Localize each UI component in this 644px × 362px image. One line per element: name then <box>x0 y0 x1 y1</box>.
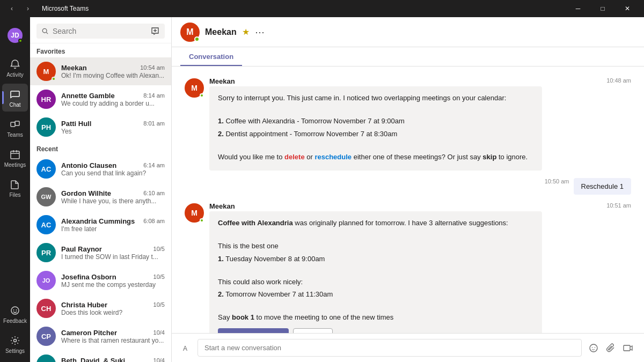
chat-info: Alexandria Cummings 6:08 am I'm free lat… <box>61 217 165 233</box>
back-button[interactable]: ‹ <box>4 3 19 14</box>
chat-item-annette[interactable]: HR Annette Gamble 8:14 am We could try a… <box>30 85 171 113</box>
sidebar-item-files[interactable]: Files <box>2 174 28 202</box>
window-controls[interactable]: ─ □ ✕ <box>566 0 640 17</box>
tab-conversation[interactable]: Conversation <box>180 47 242 66</box>
chat-name: Patti Hull <box>61 120 91 128</box>
chat-avatar: BD <box>36 354 56 362</box>
maximize-button[interactable]: □ <box>590 0 615 17</box>
message-bubble: Sorry to interrupt you. This just came i… <box>209 86 542 171</box>
chat-preview: Yes <box>61 128 165 135</box>
online-dot <box>194 36 200 42</box>
chat-item-christa[interactable]: CH Christa Huber 10/5 Does this look wei… <box>30 294 171 322</box>
cancel-button[interactable]: Cancel <box>293 328 333 334</box>
chat-avatar: JO <box>36 271 56 290</box>
more-options-icon[interactable]: ⋯ <box>255 26 265 38</box>
chat-item-josefina[interactable]: JO Josefina Osborn 10/5 MJ sent me the c… <box>30 267 171 294</box>
svg-point-9 <box>14 339 17 342</box>
conversation-header: M Meekan ★ ⋯ <box>172 17 644 47</box>
forward-button[interactable]: › <box>20 3 35 14</box>
delete-link: delete <box>284 153 305 161</box>
message-text: 1. Tuesday November 8 at 9:00am <box>218 254 533 264</box>
favorite-star-icon[interactable]: ★ <box>242 27 250 37</box>
app-body: JD Activity Chat <box>0 17 644 362</box>
chat-item-cameron[interactable]: CP Cameron Pitcher 10/4 Where is that ra… <box>30 322 171 350</box>
svg-point-7 <box>13 309 14 311</box>
message-time: 10:48 am <box>606 77 631 84</box>
chat-name: Annette Gamble <box>61 92 115 100</box>
chat-preview: We could try adding a border u... <box>61 100 165 107</box>
chat-time: 8:01 am <box>143 120 165 127</box>
svg-point-8 <box>16 309 17 311</box>
chat-avatar: GW <box>36 187 56 206</box>
chat-avatar: CH <box>36 299 56 318</box>
sidebar-item-teams[interactable]: Teams <box>2 114 28 142</box>
online-dot <box>52 77 56 81</box>
meeting-icon[interactable] <box>620 341 635 356</box>
coffee-link: Coffee with Alexandria <box>218 219 293 227</box>
online-indicator <box>18 39 23 43</box>
chat-info: Christa Huber 10/5 Does this look weird? <box>61 301 165 316</box>
minimize-button[interactable]: ─ <box>566 0 590 17</box>
message-row-right: 10:50 am Reschedule 1 <box>172 176 644 197</box>
avatar: JD <box>8 28 23 43</box>
search-bar[interactable] <box>36 24 165 39</box>
teams-icon <box>9 118 21 131</box>
sidebar-label-settings: Settings <box>5 348 25 354</box>
chat-item-patti[interactable]: PH Patti Hull 8:01 am Yes <box>30 113 171 141</box>
message-text: 1. Coffee with Alexandria - Tomorrow Nov… <box>218 116 533 127</box>
show-in-calendar-button[interactable]: Show in calendar <box>218 328 289 334</box>
close-button[interactable]: ✕ <box>615 0 640 17</box>
message-text: Coffee with Alexandria was originally pl… <box>218 218 533 228</box>
message-input[interactable] <box>197 339 582 357</box>
conv-header-avatar: M <box>180 23 200 42</box>
chat-item-alexandria[interactable]: AC Alexandria Cummings 6:08 am I'm free … <box>30 211 171 239</box>
chat-item-beth[interactable]: BD Beth, David, & Suki 10/4 Have you tri… <box>30 350 171 362</box>
svg-point-17 <box>595 347 596 348</box>
chat-avatar: AC <box>36 215 56 234</box>
message-row: M Meekan Sorry to interrupt you. This ju… <box>172 75 644 173</box>
sidebar-item-settings[interactable]: Settings <box>2 330 28 358</box>
svg-line-11 <box>46 32 48 34</box>
sidebar-label-teams: Teams <box>7 132 23 138</box>
sidebar-item-meetings[interactable]: Meetings <box>2 144 28 172</box>
svg-rect-1 <box>15 121 19 125</box>
chat-panel: Favorites M Meekan 10:54 am Ok! I'm movi… <box>30 17 172 362</box>
search-bar-icons <box>151 27 159 35</box>
nav-controls[interactable]: ‹ › <box>4 3 35 14</box>
chat-preview: Ok! I'm moving Coffee with Alexan... <box>61 72 165 79</box>
chat-info: Paul Raynor 10/5 I turned the SOW in las… <box>61 245 165 261</box>
new-chat-icon[interactable] <box>151 27 159 35</box>
message-row-suggestions: M Meekan Coffee with Alexandria was orig… <box>172 200 644 333</box>
sidebar-item-chat[interactable]: Chat <box>2 84 28 112</box>
svg-point-6 <box>11 307 19 314</box>
message-actions: Show in calendar Cancel <box>218 328 533 334</box>
chat-avatar-meekan: M <box>36 62 56 81</box>
message-avatar-meekan: M <box>185 203 204 223</box>
titlebar: ‹ › Microsoft Teams ─ □ ✕ <box>0 0 644 17</box>
app-title: Microsoft Teams <box>42 5 89 12</box>
attachment-icon[interactable] <box>603 341 618 356</box>
format-icon[interactable]: A <box>180 342 193 354</box>
sidebar-item-feedback[interactable]: Feedback <box>2 300 28 328</box>
message-text: Sorry to interrupt you. This just came i… <box>218 93 533 104</box>
chat-info-meekan: Meekan 10:54 am Ok! I'm moving Coffee wi… <box>61 64 165 79</box>
chat-item-paul[interactable]: PR Paul Raynor 10/5 I turned the SOW in … <box>30 239 171 267</box>
emoji-icon[interactable] <box>586 341 601 356</box>
section-favorites-label: Favorites <box>30 43 171 57</box>
sidebar-label-feedback: Feedback <box>3 318 27 324</box>
message-content: Meekan Coffee with Alexandria was origin… <box>209 202 542 333</box>
chat-info: Cameron Pitcher 10/4 Where is that ramen… <box>61 329 165 344</box>
chat-info: Beth, David, & Suki 10/4 Have you tried … <box>61 357 165 363</box>
chat-icon <box>9 88 21 101</box>
skip-text: skip <box>482 153 496 161</box>
chat-item-antonio[interactable]: AC Antonio Clausen 6:14 am Can you send … <box>30 155 171 183</box>
chat-item-gordon[interactable]: GW Gordon Wilhite 6:10 am While I have y… <box>30 183 171 211</box>
online-dot <box>200 93 204 98</box>
user-avatar-item[interactable]: JD <box>2 21 28 49</box>
sidebar-label-meetings: Meetings <box>4 162 26 168</box>
search-input[interactable] <box>53 27 147 35</box>
message-text: Say book 1 to move the meeting to one of… <box>218 312 533 323</box>
sidebar-label-activity: Activity <box>6 72 24 78</box>
sidebar-item-activity[interactable]: Activity <box>2 54 28 82</box>
chat-item-meekan[interactable]: M Meekan 10:54 am Ok! I'm moving Coffee … <box>30 57 171 85</box>
